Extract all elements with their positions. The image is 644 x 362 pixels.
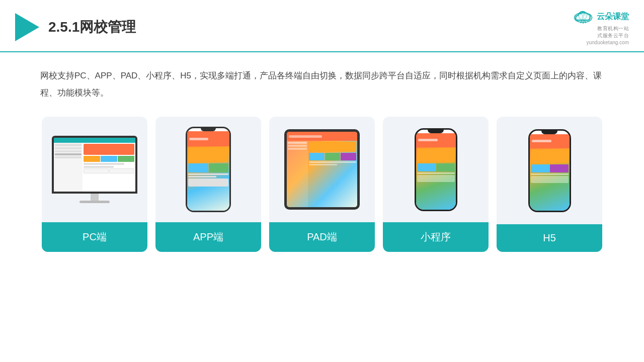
card-app: APP端: [155, 117, 261, 252]
brand-area: 云朵课堂 教育机构一站 式服务云平台 yunduoketang.com: [573, 9, 629, 45]
brand-name: 云朵课堂: [597, 12, 629, 22]
card-pc-image: [42, 117, 147, 222]
card-miniprogram: 小程序: [383, 117, 489, 252]
card-pc-label: PC端: [42, 222, 147, 252]
cards-container: PC端: [0, 112, 644, 252]
card-miniprogram-image: [383, 117, 489, 222]
header: 2.5.1网校管理 云朵课堂 教育机构一站 式服务云平台 yunduoket: [0, 0, 644, 52]
card-h5: H5: [497, 117, 602, 252]
pad-tablet-icon: [284, 129, 360, 210]
header-left: 2.5.1网校管理: [15, 13, 136, 41]
card-app-label: APP端: [155, 222, 261, 252]
card-pc: PC端: [42, 117, 147, 252]
cloud-icon: [573, 9, 594, 24]
card-pad-image: [269, 117, 375, 222]
h5-phone-icon: [528, 129, 571, 212]
description-text: 网校支持PC、APP、PAD、小程序、H5，实现多端打通，产品各终端自由切换，数…: [0, 52, 644, 112]
card-h5-label: H5: [497, 224, 602, 252]
card-pad-label: PAD端: [269, 222, 375, 252]
brand-logo: 云朵课堂: [573, 9, 629, 24]
brand-url: yunduoketang.com: [586, 40, 629, 45]
logo-triangle-icon: [15, 13, 39, 41]
card-pad: PAD端: [269, 117, 375, 252]
card-h5-image: [497, 117, 602, 224]
card-app-image: [155, 117, 261, 222]
pc-monitor-icon: [52, 136, 137, 203]
brand-sub: 教育机构一站 式服务云平台: [597, 25, 629, 39]
miniprogram-phone-icon: [415, 128, 457, 211]
card-miniprogram-label: 小程序: [383, 222, 489, 252]
page-title: 2.5.1网校管理: [48, 18, 136, 37]
app-phone-icon: [186, 127, 231, 212]
